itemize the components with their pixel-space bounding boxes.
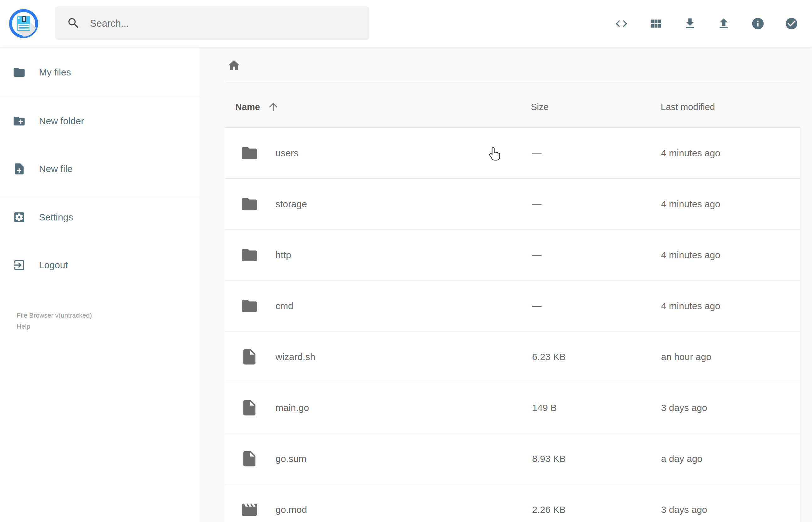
column-header-size[interactable]: Size: [531, 101, 548, 113]
sidebar-item-new-file[interactable]: New file: [0, 155, 199, 183]
movie-file-icon: [240, 501, 259, 519]
file-modified: 3 days ago: [661, 402, 707, 413]
search-bar[interactable]: [55, 6, 369, 40]
select-multiple-button-check-circle-icon[interactable]: [785, 17, 798, 31]
folder-icon: [240, 144, 259, 162]
folder-icon: [13, 66, 26, 79]
help-link[interactable]: Help: [17, 323, 30, 330]
folder-icon: [240, 297, 259, 315]
sidebar-divider: [0, 197, 199, 197]
sidebar-divider: [0, 96, 199, 96]
file-name: wizard.sh: [276, 352, 316, 362]
column-header-name[interactable]: Name: [235, 101, 280, 113]
file-row[interactable]: users — 4 minutes ago: [225, 128, 800, 179]
app-logo-floppy-icon[interactable]: [8, 8, 39, 39]
column-header-modified[interactable]: Last modified: [661, 101, 715, 113]
file-icon: [240, 348, 259, 366]
upload-button-icon[interactable]: [717, 17, 731, 31]
breadcrumb-divider: [225, 81, 800, 81]
file-name: cmd: [276, 301, 293, 311]
search-input[interactable]: [89, 6, 361, 41]
file-size: 2.26 KB: [532, 504, 566, 515]
file-list: users — 4 minutes ago storage — 4 minute…: [225, 127, 800, 522]
search-icon: [67, 16, 80, 30]
folder-icon: [240, 246, 259, 264]
sidebar-item-label: My files: [39, 67, 71, 78]
logout-icon: [13, 259, 26, 272]
file-row[interactable]: go.mod 2.26 KB 3 days ago: [225, 484, 800, 522]
sidebar-item-new-folder[interactable]: New folder: [0, 106, 199, 136]
sidebar-item-label: New folder: [39, 116, 84, 126]
file-name: main.go: [276, 402, 309, 413]
sidebar-item-label: Settings: [39, 212, 73, 223]
file-size: —: [532, 250, 542, 260]
file-size: 149 B: [532, 402, 556, 413]
file-modified: 4 minutes ago: [661, 301, 720, 311]
file-name: http: [276, 250, 291, 260]
file-modified: 3 days ago: [661, 504, 707, 515]
file-modified: a day ago: [661, 454, 703, 464]
sidebar-item-label: New file: [39, 163, 73, 174]
file-name: users: [276, 148, 299, 159]
file-name: go.mod: [276, 504, 307, 515]
download-button-icon[interactable]: [683, 17, 697, 31]
file-modified: 4 minutes ago: [661, 199, 720, 209]
file-row[interactable]: http — 4 minutes ago: [225, 229, 800, 281]
shell-button-code-icon[interactable]: [614, 17, 628, 31]
file-size: 6.23 KB: [532, 352, 566, 362]
info-button-icon[interactable]: [751, 17, 765, 31]
file-row[interactable]: main.go 149 B 3 days ago: [225, 382, 800, 433]
file-icon: [240, 399, 259, 417]
app-header: [0, 0, 812, 47]
folder-icon: [240, 195, 259, 213]
app-version-link[interactable]: File Browser v(untracked): [17, 312, 92, 319]
file-size: 8.93 KB: [532, 454, 566, 464]
sidebar-item-logout[interactable]: Logout: [0, 250, 199, 280]
sidebar-item-label: Logout: [39, 260, 68, 270]
file-icon: [240, 450, 259, 468]
sidebar-item-settings[interactable]: Settings: [0, 203, 199, 232]
sidebar-item-my-files[interactable]: My files: [0, 58, 199, 87]
settings-icon: [13, 211, 26, 224]
file-size: —: [532, 301, 542, 311]
switch-view-button-grid-icon[interactable]: [649, 17, 663, 31]
file-size: —: [532, 199, 542, 209]
file-browser-app: My files New folder New file Settings Lo…: [0, 0, 812, 522]
file-row[interactable]: cmd — 4 minutes ago: [225, 281, 800, 332]
file-name: storage: [276, 199, 307, 209]
file-row[interactable]: storage — 4 minutes ago: [225, 179, 800, 229]
file-row[interactable]: go.sum 8.93 KB a day ago: [225, 433, 800, 484]
new-file-icon: [13, 162, 26, 176]
breadcrumb-home-icon[interactable]: [227, 59, 241, 72]
sort-ascending-icon: [267, 101, 280, 113]
file-size: —: [532, 148, 542, 159]
file-modified: an hour ago: [661, 352, 711, 362]
file-name: go.sum: [276, 454, 306, 464]
new-folder-icon: [13, 115, 26, 128]
file-row[interactable]: wizard.sh 6.23 KB an hour ago: [225, 332, 800, 382]
file-modified: 4 minutes ago: [661, 250, 720, 260]
file-modified: 4 minutes ago: [661, 148, 720, 159]
